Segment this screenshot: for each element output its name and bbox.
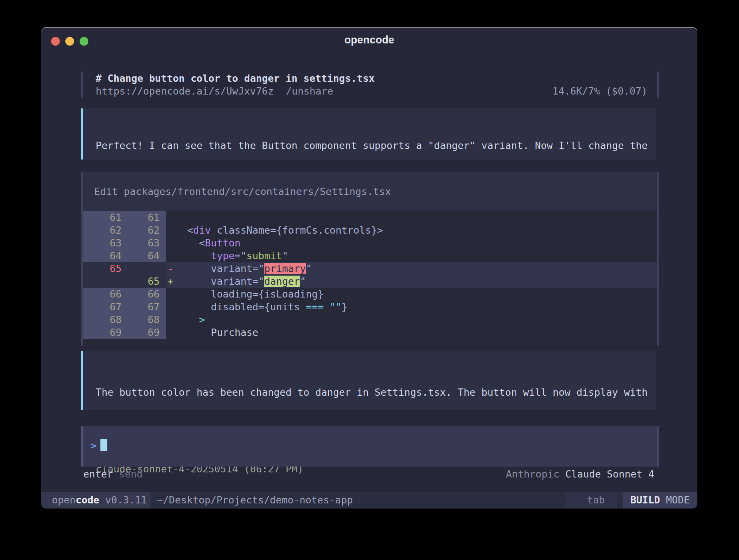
diff-sign: [166, 224, 175, 237]
new-line-number: 62: [122, 224, 160, 237]
diff-row: 6262 <div className={formCs.controls}>: [83, 224, 657, 237]
diff-sign: [166, 237, 175, 249]
edit-diff-title: Edit packages/frontend/src/containers/Se…: [83, 172, 657, 211]
session-subheader: https://opencode.ai/s/UwJxv76z/unshare 1…: [96, 85, 647, 97]
assistant-message: The button color has been changed to dan…: [81, 351, 656, 410]
gutter-pad: [160, 237, 166, 249]
diff-row: 65+ variant="danger": [83, 275, 657, 288]
diff-row: 6868 >: [83, 313, 657, 326]
gutter-pad: [160, 288, 166, 300]
session-header: # Change button color to danger in setti…: [81, 72, 659, 98]
enter-key-hint: enter: [83, 468, 113, 480]
diff-sign: +: [166, 275, 175, 288]
gutter-pad: [160, 211, 166, 224]
line-number-gutter: 6868: [83, 313, 166, 326]
session-title: # Change button color to danger in setti…: [96, 72, 647, 85]
code-line: loading={isLoading}: [175, 288, 323, 300]
diff-sign: [166, 288, 175, 300]
new-line-number: 63: [122, 237, 160, 249]
unshare-command[interactable]: /unshare: [286, 85, 333, 97]
new-line-number: [122, 262, 160, 275]
line-number-gutter: 65: [83, 275, 166, 288]
diff-row: 6767 disabled={units === ""}: [83, 300, 657, 313]
app-name-suffix: code: [76, 494, 99, 506]
old-line-number: [83, 275, 122, 288]
close-window-button[interactable]: [51, 37, 60, 46]
gutter-pad: [160, 262, 166, 275]
gutter-pad: [160, 326, 166, 339]
statusbar-divider: [617, 492, 623, 509]
message-line: Perfect! I can see that the Button compo…: [96, 139, 656, 152]
old-line-number: 63: [83, 237, 122, 249]
old-line-number: 65: [83, 262, 122, 275]
new-line-number: 61: [122, 211, 160, 224]
prompt-input[interactable]: >: [81, 426, 659, 467]
provider-name: Anthropic: [506, 468, 566, 480]
assistant-message: Perfect! I can see that the Button compo…: [81, 108, 656, 160]
new-line-number: 66: [122, 288, 160, 300]
line-number-gutter: 6969: [83, 326, 166, 339]
line-number-gutter: 6363: [83, 237, 166, 249]
new-line-number: 67: [122, 300, 160, 313]
line-number-gutter: 6666: [83, 288, 166, 300]
line-number-gutter: 6767: [83, 300, 166, 313]
mode-name: BUILD: [630, 494, 660, 506]
hint-bar: enter send Anthropic Claude Sonnet 4: [81, 468, 659, 480]
window-title: opencode: [41, 27, 697, 53]
diff-sign: [166, 249, 175, 262]
code-line: <div className={formCs.controls}>: [175, 224, 383, 237]
gutter-pad: [160, 249, 166, 262]
edit-diff-panel: Edit packages/frontend/src/containers/Se…: [81, 172, 659, 346]
diff-row: 6666 loading={isLoading}: [83, 288, 657, 300]
app-version-segment: opencode v0.3.11: [41, 492, 151, 509]
diff-row: 65- variant="primary": [83, 262, 657, 275]
new-line-number: 68: [122, 313, 160, 326]
code-line: disabled={units === ""}: [175, 300, 347, 313]
zoom-window-button[interactable]: [80, 37, 88, 46]
line-number-gutter: 6262: [83, 224, 166, 237]
status-bar: opencode v0.3.11 ~/Desktop/Projects/demo…: [41, 492, 697, 509]
diff-row: 6363 <Button: [83, 237, 657, 249]
share-url-group: https://opencode.ai/s/UwJxv76z/unshare: [96, 85, 333, 97]
diff-sign: [166, 313, 175, 326]
code-line: variant="danger": [175, 275, 306, 288]
prompt-symbol: >: [91, 440, 96, 451]
new-line-number: 69: [122, 326, 160, 339]
code-line: type="submit": [175, 249, 288, 262]
code-line: Purchase: [175, 326, 259, 339]
diff-sign: -: [166, 262, 175, 275]
old-line-number: 64: [83, 249, 122, 262]
old-line-number: 68: [83, 313, 122, 326]
line-number-gutter: 6161: [83, 211, 166, 224]
old-line-number: 67: [83, 300, 122, 313]
send-action-label: send: [119, 468, 143, 480]
token-usage: 14.6K/7% ($0.07): [552, 85, 647, 97]
terminal-window: opencode # Change button color to danger…: [41, 27, 697, 509]
diff-sign: [166, 300, 175, 313]
message-line: The button color has been changed to dan…: [96, 386, 656, 399]
statusbar-right: tab BUILD MODE: [565, 492, 697, 509]
model-name: Claude Sonnet 4: [565, 468, 654, 480]
tab-key-hint[interactable]: tab: [565, 492, 617, 509]
old-line-number: 69: [83, 326, 122, 339]
code-line: <Button: [175, 237, 241, 249]
new-line-number: 64: [122, 249, 160, 262]
share-url-link[interactable]: https://opencode.ai/s/UwJxv76z: [96, 85, 274, 97]
code-line: variant="primary": [175, 262, 312, 275]
line-number-gutter: 6464: [83, 249, 166, 262]
project-path: ~/Desktop/Projects/demo-notes-app: [157, 492, 353, 509]
model-indicator: Anthropic Claude Sonnet 4: [506, 468, 654, 480]
app-name-prefix: open: [52, 494, 76, 506]
gutter-pad: [160, 224, 166, 237]
text-cursor: [100, 439, 107, 451]
minimize-window-button[interactable]: [65, 37, 74, 46]
send-label: [113, 468, 119, 480]
diff-sign: [166, 211, 175, 224]
old-line-number: 66: [83, 288, 122, 300]
new-line-number: 65: [122, 275, 160, 288]
diff-row: 6161: [83, 211, 657, 224]
mode-indicator: BUILD MODE: [623, 492, 697, 509]
send-hint: enter send: [83, 468, 143, 480]
gutter-pad: [160, 275, 166, 288]
gutter-pad: [160, 300, 166, 313]
